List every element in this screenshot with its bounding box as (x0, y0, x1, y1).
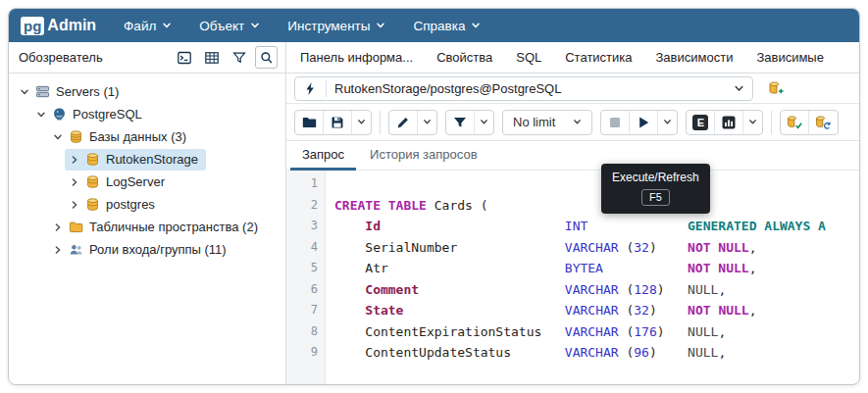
menubar-item-1[interactable]: Объект (199, 19, 260, 33)
query-tabs: ЗапросИстория запросов (286, 141, 859, 171)
chevron-down-icon (250, 21, 260, 30)
tree-item-body[interactable]: Servers (1) (15, 81, 127, 103)
tab-query-history[interactable]: История запросов (358, 141, 489, 171)
play-icon (636, 115, 651, 130)
code-line-4[interactable]: SerialNumber VARCHAR (32) NOT NULL, (334, 237, 859, 259)
tree-item-body[interactable]: postgres (65, 194, 163, 216)
chevron-right-icon[interactable] (50, 222, 65, 232)
tree-item-rutokenstorage[interactable]: RutokenStorage (9, 148, 285, 171)
commit-button[interactable] (781, 111, 809, 134)
tree-item-body[interactable]: Роли входа/группы (11) (48, 239, 234, 261)
pgadmin-window: pg Admin ФайлОбъектИнструментыСправка Об… (8, 8, 860, 385)
stop-button[interactable] (601, 111, 630, 134)
code-line-8[interactable]: ContentExpirationStatus VARCHAR (176) NU… (334, 321, 859, 343)
db-icon (84, 197, 101, 212)
menubar: pg Admin ФайлОбъектИнструментыСправка (9, 9, 859, 42)
line-number: 2 (286, 195, 325, 217)
explain-menu-button[interactable] (743, 111, 762, 134)
pencil-icon (395, 115, 411, 130)
stop-icon (607, 115, 623, 130)
chevron-down-icon (36, 110, 46, 120)
funnel-icon (231, 50, 247, 66)
row-limit-select[interactable]: No limit (502, 110, 592, 135)
folder-icon (68, 220, 84, 234)
chevron-down-icon (162, 21, 172, 30)
tree-item-logserver[interactable]: LogServer (9, 171, 285, 193)
code-line-9[interactable]: ContentUpdateStatus VARCHAR (96) NULL, (334, 342, 859, 364)
execute-button[interactable] (630, 111, 658, 134)
sql-editor[interactable]: 123456789 CREATE TABLE Cards ( Id INT GE… (286, 171, 859, 384)
line-number: 9 (286, 342, 325, 364)
filter-menu-button[interactable] (475, 111, 493, 134)
chevron-down-icon[interactable] (50, 132, 65, 142)
tree-item-body[interactable]: Табличные пространства (2) (48, 217, 266, 238)
second-toolbar-row: Обозреватель Панель информа...СвойстваSQ… (9, 42, 859, 74)
divider (380, 111, 381, 134)
connection-select[interactable]: RutokenStorage/postgres@PostgreSQL (294, 76, 753, 101)
search-icon (259, 50, 275, 66)
chevron-right-icon[interactable] (50, 245, 65, 255)
explain-button[interactable]: E (687, 111, 715, 134)
tree-item-label: PostgreSQL (71, 107, 142, 122)
code-line-3[interactable]: Id INT GENERATED ALWAYS A (334, 216, 859, 237)
new-connection-button[interactable] (761, 76, 791, 101)
logo-pg: pg (21, 17, 44, 35)
code-line-2[interactable]: CREATE TABLE Cards ( (334, 195, 859, 217)
panel-tab-2[interactable]: SQL (516, 50, 541, 65)
db-group-icon (68, 129, 84, 144)
line-number: 7 (286, 300, 325, 321)
tab-query[interactable]: Запрос (290, 141, 356, 171)
edit-menu-button[interactable] (418, 111, 436, 134)
chevron-down-icon (471, 21, 481, 30)
explain-group: E (686, 110, 763, 135)
panel-tab-4[interactable]: Зависимости (656, 50, 734, 65)
chevron-down-icon (53, 132, 63, 142)
tree-item-roles[interactable]: Роли входа/группы (11) (9, 238, 285, 261)
search-objects-button[interactable] (255, 46, 278, 69)
chevron-down-icon (748, 118, 757, 126)
save-button[interactable] (324, 111, 352, 134)
chevron-right-icon[interactable] (67, 177, 81, 187)
tree-item-postgresql[interactable]: PostgreSQL (9, 103, 285, 125)
tree-item-body[interactable]: PostgreSQL (31, 104, 150, 125)
code-line-1[interactable] (334, 173, 859, 195)
menubar-item-3[interactable]: Справка (413, 19, 481, 33)
filter-icon (452, 115, 468, 130)
chevron-down-icon[interactable] (17, 87, 31, 97)
open-file-button[interactable] (295, 111, 324, 134)
view-data-button[interactable] (200, 46, 223, 69)
chevron-right-icon[interactable] (67, 155, 81, 165)
code-area[interactable]: CREATE TABLE Cards ( Id INT GENERATED AL… (326, 171, 859, 384)
panel-tab-0[interactable]: Панель информа... (300, 50, 413, 65)
code-line-5[interactable]: Atr BYTEA NOT NULL, (334, 258, 859, 279)
tree-item-tablespaces[interactable]: Табличные пространства (2) (9, 216, 285, 238)
code-line-7[interactable]: State VARCHAR (32) NOT NULL, (334, 300, 859, 321)
edit-button[interactable] (389, 111, 418, 134)
menubar-item-0[interactable]: Файл (124, 19, 172, 33)
panel-tab-3[interactable]: Статистика (565, 50, 632, 65)
tree-item-body[interactable]: RutokenStorage (65, 149, 206, 171)
rollback-button[interactable] (809, 111, 838, 134)
chevron-right-icon (70, 200, 79, 210)
chevron-right-icon[interactable] (67, 200, 81, 210)
menubar-item-2[interactable]: Инструменты (287, 19, 385, 33)
execute-menu-button[interactable] (658, 111, 677, 134)
chevron-down-icon[interactable] (33, 110, 48, 120)
tree-item-postgres-db[interactable]: postgres (9, 193, 285, 216)
filtered-rows-button[interactable] (228, 46, 250, 69)
execute-group (600, 110, 678, 135)
tree-item-databases[interactable]: Базы данных (3) (9, 125, 285, 148)
menu-label: Справка (413, 19, 465, 33)
tree-item-body[interactable]: Базы данных (3) (48, 126, 194, 148)
query-tool-button[interactable] (173, 46, 195, 69)
save-menu-button[interactable] (352, 111, 371, 134)
menu-label: Инструменты (287, 19, 370, 33)
filter-button[interactable] (446, 111, 475, 134)
panel-tab-5[interactable]: Зависимые (756, 50, 824, 65)
line-number: 3 (286, 216, 325, 237)
tree-item-body[interactable]: LogServer (65, 172, 173, 193)
explain-analyze-button[interactable] (715, 111, 743, 134)
panel-tab-1[interactable]: Свойства (436, 50, 492, 65)
tree-item-servers[interactable]: Servers (1) (9, 80, 285, 103)
code-line-6[interactable]: Comment VARCHAR (128) NULL, (334, 279, 859, 301)
